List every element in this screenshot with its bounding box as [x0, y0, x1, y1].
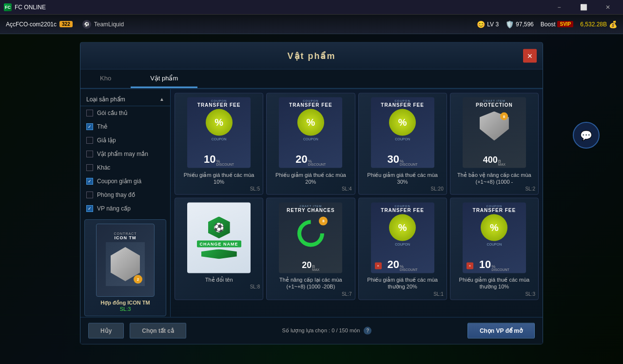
item-qty-coupon-10-reg: SL:3	[525, 291, 535, 296]
item-qty-coupon-20: SL:4	[342, 186, 352, 192]
item-coupon-10-regular[interactable]: COUPON TRANSFER FEE % COUPON 10 %	[450, 198, 539, 300]
item-img-namechange: ⚽ CHANGE NAME	[185, 201, 253, 274]
item-retry[interactable]: CRAFT ITEM RETRY CHANCES 8 20 B	[266, 198, 355, 300]
retry-icon: 8	[293, 216, 328, 250]
filter-goi-cau-thu[interactable]: Gói cầu thủ	[80, 106, 170, 119]
item-coupon-10[interactable]: COUPON TRANSFER FEE % COUPON 10 %	[175, 93, 263, 195]
item-img-coupon-10: COUPON TRANSFER FEE % COUPON 10 %	[185, 96, 253, 169]
item-name-protection: Thẻ bảo vệ nâng cấp các mùa (+1~+8) (100…	[453, 171, 535, 185]
item-name-coupon-10: Phiếu giảm giá thuế các mùa 10%	[178, 171, 260, 185]
footer-info: Số lượng lựa chọn : 0 / 150 món ?	[192, 326, 462, 334]
checkbox-vat-pham-may-man[interactable]	[86, 150, 93, 157]
select-all-button[interactable]: Chọn tất cả	[130, 323, 186, 338]
shield-badge: 8	[500, 113, 508, 120]
item-name-namechange: Thẻ đổi tên	[205, 276, 233, 283]
filter-gia-lap[interactable]: Giả lập	[80, 133, 170, 147]
close-window-button[interactable]: ✕	[597, 0, 619, 15]
chat-icon: 💬	[580, 130, 592, 141]
preview-card-label: CONTRACT	[114, 232, 137, 235]
title-bar-controls: − ⬜ ✕	[548, 0, 619, 15]
checkbox-gia-lap[interactable]	[86, 136, 93, 143]
item-coupon-30[interactable]: COUPON TRANSFER FEE % COUPON 30 %	[358, 93, 447, 195]
shield-icon: 🛡️	[506, 20, 514, 28]
item-img-coupon-10-regular: COUPON TRANSFER FEE % COUPON 10 %	[460, 201, 528, 274]
filter-label-vp-nang-cap: VP nâng cấp	[97, 205, 131, 211]
retry-card: CRAFT ITEM RETRY CHANCES 8 20 B	[279, 202, 342, 273]
checkbox-khac[interactable]	[86, 164, 93, 171]
preview-qty: SL:3	[89, 306, 162, 311]
preview-card-img: 2	[106, 242, 145, 286]
sidebar-header-label: Loại sản phẩm	[86, 96, 125, 102]
item-img-coupon-30: COUPON TRANSFER FEE % COUPON 30 %	[369, 96, 437, 169]
red-flag-icon-2: ×	[467, 262, 473, 269]
name-change-card: ⚽ CHANGE NAME	[187, 202, 251, 273]
coupon-percent-20-reg: %	[389, 214, 416, 241]
items-grid: COUPON TRANSFER FEE % COUPON 10 %	[171, 89, 543, 317]
red-flag-icon: ×	[375, 262, 382, 269]
choose-button[interactable]: Chọn VP để mở	[467, 323, 535, 338]
checkbox-vp-nang-cap[interactable]	[86, 205, 93, 211]
coupon-card-10-reg: COUPON TRANSFER FEE % COUPON 10 %	[463, 202, 526, 273]
coupon-percent-30: %	[389, 109, 416, 136]
filter-label-the: Thẻ	[97, 123, 107, 130]
item-name-coupon-20-reg: Phiếu giảm giá thuế các mùa thường 20%	[362, 276, 444, 290]
level-text: LV 3	[487, 21, 499, 28]
item-coupon-20-regular[interactable]: COUPON TRANSFER FEE % COUPON 20 %	[358, 198, 447, 300]
filter-label-coupon: Coupon giảm giá	[97, 177, 141, 184]
right-stats: 😊 LV 3 🛡️ 97,596 Boost SVIP 6,532.28B 💰	[477, 20, 617, 28]
item-name-retry: Thẻ nâng cấp lại các mùa (+1~+8) (1000 -…	[270, 276, 351, 290]
modal-close-button[interactable]: ✕	[523, 49, 537, 62]
title-bar: FC FC ONLINE − ⬜ ✕	[0, 0, 623, 15]
main-content: Vật phẩm ✕ Kho Vật phẩm Loại sản phẩm ▲ …	[0, 34, 623, 364]
filter-vat-pham-may-man[interactable]: Vật phẩm may mắn	[80, 147, 170, 160]
item-name-change[interactable]: ⚽ CHANGE NAME Thẻ đổi tên SL:8	[175, 198, 263, 300]
top-bar: AçcFCO·com2201c 322 ⚽ TeamLiquid 😊 LV 3 …	[0, 15, 623, 34]
items-row-1: COUPON TRANSFER FEE % COUPON 10 %	[175, 93, 539, 195]
item-qty-coupon-30: SL:20	[431, 186, 444, 192]
change-name-label: CHANGE NAME	[197, 240, 241, 247]
account-info: AçcFCO·com2201c 322	[6, 21, 73, 28]
retry-badge: 8	[319, 216, 328, 225]
maximize-button[interactable]: ⬜	[572, 0, 595, 15]
item-name-coupon-10-reg: Phiếu giảm giá thuế các mùa thường 10%	[453, 276, 535, 290]
minimize-button[interactable]: −	[548, 0, 570, 15]
filter-label-vat-pham-may-man: Vật phẩm may mắn	[97, 150, 148, 157]
filter-vp-nang-cap[interactable]: VP nâng cấp	[80, 201, 170, 215]
team-icon: ⚽	[82, 20, 91, 29]
checkbox-goi-cau-thu[interactable]	[86, 109, 93, 116]
checkbox-the[interactable]	[86, 123, 93, 130]
filter-phong-thay-do[interactable]: Phòng thay đồ	[80, 188, 170, 201]
preview-orange-badge: 2	[134, 275, 142, 284]
help-icon[interactable]: ?	[364, 326, 371, 334]
protection-shield: 8	[480, 112, 509, 141]
coupon-card-20: COUPON TRANSFER FEE % COUPON 20 %	[279, 97, 342, 168]
coupon-percent-20: %	[297, 109, 324, 136]
account-name: AçcFCO·com2201c	[6, 21, 57, 28]
filter-label-gia-lap: Giả lập	[97, 136, 116, 143]
item-qty-coupon-10: SL:5	[250, 186, 260, 192]
filter-khac[interactable]: Khác	[80, 160, 170, 174]
gold-icon: 💰	[609, 20, 617, 28]
coupon-percent-10-reg: %	[481, 214, 507, 241]
filter-label-phong-thay-do: Phòng thay đồ	[97, 191, 135, 198]
item-qty-retry: SL:7	[342, 291, 352, 296]
chat-bubble[interactable]: 💬	[573, 122, 600, 149]
filter-the[interactable]: Thẻ	[80, 119, 170, 133]
filter-coupon[interactable]: Coupon giảm giá	[80, 174, 170, 188]
checkbox-coupon[interactable]	[86, 177, 93, 184]
item-protection[interactable]: CRAFT ITEM PROTECTION 8 400	[450, 93, 539, 195]
preview-card: CONTRACT ICON TM 2	[96, 223, 155, 296]
cancel-button[interactable]: Hủy	[88, 323, 124, 338]
level-badge: 322	[59, 21, 73, 27]
modal-tabs: Kho Vật phẩm	[80, 69, 543, 89]
team-name: TeamLiquid	[94, 21, 124, 28]
item-img-protection: CRAFT ITEM PROTECTION 8 400	[460, 96, 528, 169]
item-qty-namechange: SL:8	[250, 284, 260, 289]
tab-vatpham[interactable]: Vật phẩm	[131, 69, 197, 88]
mood-icon: 😊	[477, 20, 485, 28]
modal-header: Vật phẩm ✕	[80, 42, 543, 69]
tab-kho[interactable]: Kho	[80, 69, 131, 88]
team-info: ⚽ TeamLiquid	[82, 20, 124, 29]
item-coupon-20[interactable]: COUPON TRANSFER FEE % COUPON 20 %	[266, 93, 355, 195]
checkbox-phong-thay-do[interactable]	[86, 191, 93, 198]
